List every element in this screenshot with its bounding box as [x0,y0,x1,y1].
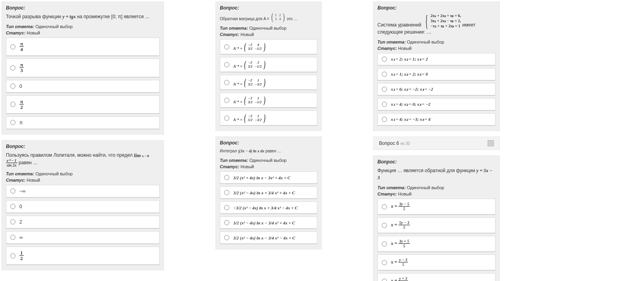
option-radio[interactable] [382,72,387,77]
answer-type-value: Одиночный выбор [249,158,286,163]
option[interactable]: x₁ = 4; x₂ = 0; x₃ = −2 [377,98,495,111]
option[interactable]: 0 [6,80,160,93]
option-radio[interactable] [10,253,15,258]
option-radio[interactable] [382,102,387,107]
option-radio[interactable] [10,219,15,224]
option-radio[interactable] [382,204,387,209]
option[interactable]: 3/2 (x² + 4x) ln x − 3x² + 4x + C [220,171,317,184]
option-radio[interactable] [224,190,229,195]
options: π4 π3 0 π2 π [6,38,160,129]
option-radio[interactable] [224,62,229,67]
question-text: Пользуясь правилом Лопиталя, можно найти… [6,152,160,167]
option-radio[interactable] [224,220,229,225]
option-radio[interactable] [224,98,229,103]
option[interactable]: x = y + 35 [377,273,495,281]
answer-type-value: Одиночный выбор [249,26,286,30]
matrix: ( 12 34 ) [271,13,286,21]
option[interactable]: A⁻¹ = (−213/2−1/2) [220,93,317,108]
option-radio[interactable] [10,235,15,240]
option-radio[interactable] [10,188,15,194]
option-text: ∞ [19,235,23,240]
option-radio[interactable] [10,65,15,70]
answer-type-label: Тип ответа: [377,185,406,190]
option-text: 0 [19,84,22,89]
status-value: Новый [27,178,40,182]
option-radio[interactable] [382,241,387,247]
limit-fraction: eˣ − 1 sin 2x [6,159,17,167]
question-meta: Тип ответа: Одиночный выбор [377,40,495,44]
option[interactable]: 2 [6,216,160,229]
option-radio[interactable] [10,102,15,107]
question-meta: Тип ответа: Одиночный выбор [6,171,160,176]
option[interactable]: 3/2 (x² − 4x) ln x − 3/4 x² − 4x + C [220,232,317,244]
nav-next-button[interactable] [488,140,494,146]
option-text: x = 3y + 55 [391,239,410,248]
answer-type-label: Тип ответа: [6,24,34,29]
option-radio[interactable] [224,116,229,121]
option[interactable]: x₁ = 6; x₂ = −2; x₃ = −2 [377,83,495,96]
option-text: x₁ = 1; x₂ = 2; x₃ = 0 [391,72,428,77]
option[interactable]: 0 [6,200,160,213]
status-label: Статус: [220,164,239,169]
option-radio[interactable] [10,120,15,125]
option[interactable]: x = 3y + 55 [377,236,495,252]
option[interactable]: x = 3y − 55 [377,199,495,215]
option[interactable]: A⁻¹ = (−213/2−3/2) [220,75,317,90]
option[interactable]: A⁻¹ = (−223/2−1/2) [220,57,317,72]
option[interactable]: x = y − 35 [377,254,495,271]
question-text-pre: Точкой разрыва функции [6,14,63,19]
options: 3/2 (x² + 4x) ln x − 3x² + 4x + C3/2 (x²… [220,171,317,244]
option-radio[interactable] [224,175,229,180]
question-text-pre: Функция … является обратной для функции [377,168,476,173]
option-text: x = y − 35 [391,258,408,267]
column-1: Вопрос: Точкой разрыва функции y = tgx н… [2,2,164,270]
question-card: Вопрос: Точкой разрыва функции y = tgx н… [2,2,164,135]
option[interactable]: x₁ = 1; x₂ = 2; x₃ = 0 [377,68,495,81]
option[interactable]: π4 [6,38,160,56]
option-radio[interactable] [224,44,229,49]
fraction-numerator: eˣ − 1 [6,159,17,163]
option-text: π [19,120,23,125]
option[interactable]: π [6,116,160,129]
option-radio[interactable] [382,223,387,228]
option-text: −∞ [19,188,26,194]
system-row: 2x₁ + 2x₂ + x₃ = 6, [431,13,461,18]
question-formula: y = tgx [63,14,76,19]
option-radio[interactable] [382,117,387,122]
option-radio[interactable] [382,87,387,92]
option-radio[interactable] [10,44,15,49]
option[interactable]: −∞ [6,185,160,198]
option[interactable]: π3 [6,59,160,77]
option[interactable]: A⁻¹ = (−243/2−1/2) [220,39,317,55]
option[interactable]: x₁ = 4; x₂ = −3; x₃ = 4 [377,113,495,126]
option[interactable]: π2 [6,95,160,114]
question-meta: Статус: Новый [6,30,160,35]
option-text: A⁻¹ = (−215/2−3/2) [233,114,266,122]
option[interactable]: x₁ = 2; x₂ = 1; x₃ = 2 [377,53,495,66]
option[interactable]: x = 5y − 35 [377,217,495,234]
status-label: Статус: [220,32,239,37]
option-radio[interactable] [224,205,229,210]
question-text-post: это … [287,17,298,21]
status-label: Статус: [377,192,397,196]
option-radio[interactable] [224,80,229,85]
limit-symbol: lim x→0 [134,153,149,158]
option-radio[interactable] [382,260,387,265]
option-radio[interactable] [382,279,387,281]
option[interactable]: 12 [6,247,160,265]
option[interactable]: A⁻¹ = (−215/2−3/2) [220,110,317,126]
option[interactable]: 3/2 (x² − 4x) ln x + 3/4 x² + 4x + C [220,186,317,199]
option-radio[interactable] [10,84,15,89]
status-value: Новый [398,192,412,196]
option[interactable]: 3/2 (x² − 4x) ln x − 3/4 x² + 4x + C [220,216,317,229]
option[interactable]: ∞ [6,231,160,244]
option-radio[interactable] [382,57,387,62]
option-radio[interactable] [224,235,229,240]
option-radio[interactable] [10,204,15,209]
nav-title: Вопрос 6 из 30 [379,140,410,146]
question-meta: Статус: Новый [220,32,317,37]
option-text: 3/2 (x² − 4x) ln x − 3/4 x² + 4x + C [233,220,295,225]
option[interactable]: −3/2 (x² − 4x) ln x + 3/4 x² − 4x + C [220,201,317,214]
answer-type-label: Тип ответа: [220,26,248,30]
option-text: A⁻¹ = (−243/2−1/2) [233,43,266,51]
